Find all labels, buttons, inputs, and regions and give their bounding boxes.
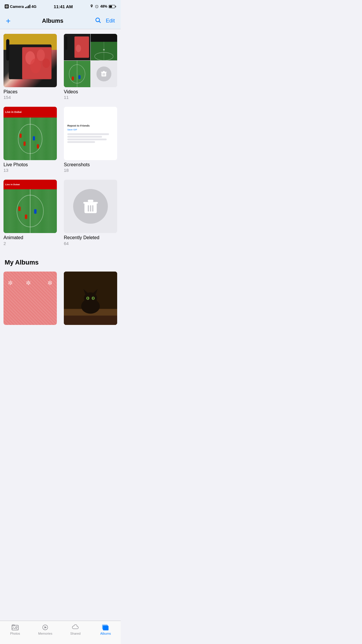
album-thumb-places bbox=[3, 34, 57, 87]
album-count-screenshots: 18 bbox=[64, 168, 117, 173]
svg-rect-53 bbox=[64, 316, 117, 325]
trash-circle bbox=[73, 189, 108, 224]
svg-rect-17 bbox=[65, 36, 67, 50]
album-count-animated: 2 bbox=[3, 241, 57, 246]
status-left: Camera 4G bbox=[5, 4, 36, 9]
network-type: 4G bbox=[31, 4, 36, 9]
add-album-button[interactable]: + bbox=[6, 17, 10, 25]
album-name-live-photos: Live Photos bbox=[3, 162, 57, 167]
svg-point-4 bbox=[96, 18, 100, 22]
media-types-grid: Places 154 bbox=[0, 29, 121, 253]
album-cell-cat[interactable] bbox=[60, 269, 121, 330]
album-name-animated: Animated bbox=[3, 235, 57, 240]
svg-rect-39 bbox=[37, 144, 39, 148]
album-cell-places[interactable]: Places 154 bbox=[0, 32, 60, 104]
status-time: 11:41 AM bbox=[54, 4, 73, 9]
svg-point-12 bbox=[43, 58, 50, 68]
album-cell-live-photos[interactable]: Live in Dubai bbox=[0, 104, 60, 177]
svg-rect-13 bbox=[6, 39, 9, 60]
location-icon bbox=[90, 4, 93, 8]
svg-rect-36 bbox=[20, 134, 22, 138]
search-button[interactable] bbox=[95, 17, 101, 25]
battery-icon bbox=[109, 5, 116, 8]
page-title: Albums bbox=[42, 18, 63, 24]
svg-rect-46 bbox=[83, 202, 98, 204]
grid-cell-4 bbox=[91, 61, 117, 87]
status-bar: Camera 4G 11:41 AM 48% bbox=[0, 0, 121, 13]
album-count-places: 154 bbox=[3, 95, 57, 100]
svg-rect-30 bbox=[103, 71, 105, 72]
nav-right-actions: Edit bbox=[95, 17, 115, 25]
svg-rect-26 bbox=[72, 77, 74, 80]
my-albums-grid: ✼ ✼ ✼ bbox=[0, 269, 121, 330]
grid-cell-1 bbox=[64, 34, 90, 60]
edit-button[interactable]: Edit bbox=[106, 18, 115, 24]
svg-rect-38 bbox=[33, 136, 35, 141]
trash-icon-small bbox=[101, 71, 107, 77]
album-thumb-animated: Live in Dubai bbox=[3, 180, 57, 233]
svg-point-16 bbox=[76, 45, 81, 52]
football-thumbnail-live: Live in Dubai bbox=[3, 107, 57, 160]
svg-line-5 bbox=[99, 21, 101, 23]
album-count-live-photos: 13 bbox=[3, 168, 57, 173]
grid-cell-2 bbox=[91, 34, 117, 60]
album-cell-animated[interactable]: Live in Dubai Animated 2 bbox=[0, 177, 60, 250]
album-name-recently-deleted: Recently Deleted bbox=[64, 235, 117, 240]
album-cell-recently-deleted[interactable]: Recently Deleted 64 bbox=[60, 177, 121, 250]
album-name-videos: Videos bbox=[64, 89, 117, 94]
svg-point-61 bbox=[93, 297, 94, 299]
svg-rect-43 bbox=[25, 215, 27, 219]
svg-point-22 bbox=[103, 49, 105, 50]
album-count-recently-deleted: 64 bbox=[64, 241, 117, 246]
album-thumb-cat bbox=[64, 272, 117, 325]
screenshot-preview: Repost to Friends Save GIF bbox=[64, 107, 117, 160]
svg-rect-29 bbox=[101, 72, 107, 72]
cat-svg bbox=[64, 272, 117, 325]
alarm-icon bbox=[95, 4, 99, 8]
nav-bar: + Albums Edit bbox=[0, 13, 121, 29]
bag-thumbnail bbox=[3, 34, 57, 87]
svg-rect-47 bbox=[88, 200, 93, 202]
grid-cell-3 bbox=[64, 61, 90, 87]
cat-thumbnail bbox=[64, 272, 117, 325]
my-albums-section: My Albums ✼ ✼ ✼ bbox=[0, 253, 121, 330]
svg-rect-27 bbox=[78, 75, 80, 79]
carrier-label: Camera bbox=[10, 4, 24, 9]
svg-rect-37 bbox=[24, 141, 26, 146]
my-albums-header: My Albums bbox=[0, 253, 121, 269]
svg-rect-42 bbox=[18, 206, 21, 211]
status-right: 48% bbox=[90, 4, 116, 8]
videos-grid-preview bbox=[64, 34, 117, 87]
album-thumb-videos bbox=[64, 34, 117, 87]
svg-point-55 bbox=[84, 292, 97, 304]
trash-icon-large bbox=[83, 199, 99, 214]
small-trash-circle bbox=[96, 66, 111, 81]
album-cell-pink-flowers[interactable]: ✼ ✼ ✼ bbox=[0, 269, 60, 330]
album-thumb-recently-deleted bbox=[64, 180, 117, 233]
album-thumb-pink-flowers: ✼ ✼ ✼ bbox=[3, 272, 57, 325]
svg-point-11 bbox=[30, 58, 41, 73]
album-name-places: Places bbox=[3, 89, 57, 94]
svg-rect-44 bbox=[34, 209, 36, 214]
album-name-screenshots: Screenshots bbox=[64, 162, 117, 167]
football-thumbnail-animated: Live in Dubai bbox=[3, 180, 57, 233]
trash-thumbnail bbox=[64, 180, 117, 233]
album-thumb-live-photos: Live in Dubai bbox=[3, 107, 57, 160]
album-cell-screenshots[interactable]: Repost to Friends Save GIF Screenshots 1… bbox=[60, 104, 121, 177]
album-cell-videos[interactable]: Videos 11 bbox=[60, 32, 121, 104]
svg-point-2 bbox=[6, 6, 7, 7]
signal-bars bbox=[25, 5, 30, 8]
svg-point-60 bbox=[87, 297, 89, 299]
scroll-area: Places 154 bbox=[0, 29, 121, 353]
album-thumb-screenshots: Repost to Friends Save GIF bbox=[64, 107, 117, 160]
album-count-videos: 11 bbox=[64, 95, 117, 100]
pink-flowers-thumbnail: ✼ ✼ ✼ bbox=[3, 272, 57, 325]
battery-percent: 48% bbox=[100, 4, 107, 8]
camera-app-icon bbox=[5, 4, 9, 8]
